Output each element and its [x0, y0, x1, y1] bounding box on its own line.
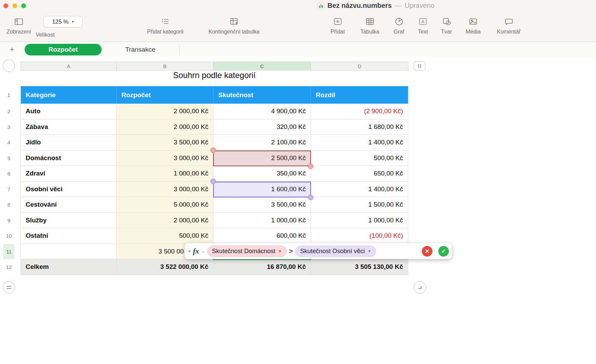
row-header-10[interactable]: 10 [3, 228, 14, 244]
header-rozdil[interactable]: Rozdíl [311, 86, 408, 104]
token-dropdown-icon[interactable]: ▼ [278, 249, 282, 253]
pivot-table-button[interactable]: Kontingenční tabulka [208, 15, 259, 35]
text-button[interactable]: A Text [418, 15, 428, 35]
view-button[interactable]: Zobrazení [7, 15, 31, 35]
row-header-1[interactable]: 1 [3, 86, 14, 104]
cell-c8[interactable]: 3 500,00 Kč [213, 197, 311, 213]
column-header-a[interactable]: A [21, 62, 117, 70]
cell-d2[interactable]: (2 900,00 Kč) [311, 104, 408, 119]
row-header-9[interactable]: 9 [3, 213, 14, 229]
cell-d4[interactable]: 1 400,00 Kč [311, 135, 408, 151]
cell-a6[interactable]: Zdraví [21, 166, 117, 182]
row-header-5[interactable]: 5 [3, 151, 14, 166]
cell-d8[interactable]: 1 500,00 Kč [311, 197, 408, 213]
cell-a8[interactable]: Cestování [21, 197, 117, 213]
formula-operator[interactable]: > [289, 247, 293, 255]
formula-token-skutecnost-domacnost[interactable]: Skutečnost Domácnost ▼ [207, 246, 287, 257]
cell-b12[interactable]: 3 522 000,00 Kč [117, 259, 213, 275]
cell-b6[interactable]: 1 000,00 Kč [117, 166, 213, 182]
referenced-cell-c5-highlight[interactable] [213, 151, 311, 167]
fx-icon[interactable]: fx [193, 247, 199, 256]
cell-d3[interactable]: 1 680,00 Kč [311, 119, 408, 135]
cell-a4[interactable]: Jídlo [21, 135, 117, 151]
row-header-4[interactable]: 4 [3, 135, 14, 151]
column-header-c[interactable]: C [213, 62, 311, 70]
cell-c10[interactable]: 600,00 Kč [213, 228, 311, 244]
cell-b9[interactable]: 2 000,00 Kč [117, 213, 213, 229]
cell-b5[interactable]: 3 000,00 Kč [117, 151, 213, 166]
cell-c2[interactable]: 4 900,00 Kč [213, 104, 311, 119]
cell-b2[interactable]: 2 000,00 Kč [117, 104, 213, 119]
cell-c9[interactable]: 1 000,00 Kč [213, 213, 311, 229]
cell-b3[interactable]: 2 000,00 Kč [117, 119, 213, 135]
row-header-7[interactable]: 7 [3, 182, 14, 197]
cell-c4[interactable]: 2 100,00 Kč [213, 135, 311, 151]
tab-rozpocet[interactable]: Rozpočet [25, 44, 102, 55]
row-header-6[interactable]: 6 [3, 166, 14, 182]
table-select-all-handle[interactable] [3, 60, 15, 72]
table-resize-handle[interactable] [414, 281, 426, 294]
window-header: Bez názvu.numbers — Upraveno Zobrazení 1… [0, 0, 596, 42]
chevron-down-icon[interactable]: ⌄ [202, 249, 205, 254]
cell-d7[interactable]: 1 400,00 Kč [311, 182, 408, 197]
cell-c12[interactable]: 16 870,00 Kč [213, 259, 311, 275]
cell-c6[interactable]: 350,00 Kč [213, 166, 311, 182]
header-skutecnost[interactable]: Skutečnost [213, 86, 311, 104]
selection-handle-red-bottom-right[interactable] [308, 164, 313, 169]
cell-a9[interactable]: Služby [21, 213, 117, 229]
header-kategorie[interactable]: Kategorie [21, 86, 117, 104]
formula-cancel-button[interactable]: ✕ [422, 246, 432, 257]
cell-a12[interactable]: Celkem [21, 259, 117, 275]
formula-editor[interactable]: • fx ⌄ Skutečnost Domácnost ▼ > Skutečno… [185, 243, 452, 259]
sheet-title[interactable]: Souhrn podle kategorií [21, 70, 408, 80]
formula-dot-icon: • [188, 247, 191, 255]
cell-a5[interactable]: Domácnost [21, 151, 117, 166]
cell-d12[interactable]: 3 505 130,00 Kč [311, 259, 408, 275]
referenced-cell-c7-highlight[interactable] [213, 182, 311, 198]
comment-button[interactable]: Komentář [497, 15, 520, 35]
row-header-12[interactable]: 12 [3, 259, 14, 275]
token-dropdown-icon[interactable]: ▼ [367, 249, 371, 253]
tab-transakce[interactable]: Transakce [113, 44, 168, 55]
add-column-button[interactable] [414, 61, 425, 71]
cell-c3[interactable]: 320,00 Kč [213, 119, 311, 135]
zoom-select[interactable]: 125 % ▾ [43, 16, 82, 27]
row-header-11[interactable]: 11 [3, 244, 14, 260]
insert-button[interactable]: Přidat [331, 15, 345, 35]
cell-b8[interactable]: 5 000,00 Kč [117, 197, 213, 213]
minimize-window-button[interactable] [12, 3, 17, 8]
zoom-window-button[interactable] [21, 3, 26, 8]
cell-b4[interactable]: 3 500,00 Kč [117, 135, 213, 151]
cell-a7[interactable]: Osobní věci [21, 182, 117, 197]
cell-b7[interactable]: 3 000,00 Kč [117, 182, 213, 197]
table-row: Ostatní 500,00 Kč 600,00 Kč (100,00 Kč) [21, 228, 408, 244]
formula-token-skutecnost-osobni-veci[interactable]: Skutečnost Osobní věci ▼ [295, 246, 376, 257]
add-sheet-button[interactable]: + [7, 44, 17, 55]
selection-handle-red-top-left[interactable] [210, 147, 216, 153]
header-rozpocet[interactable]: Rozpočet [117, 86, 213, 104]
add-row-handle[interactable] [3, 281, 15, 294]
column-header-d[interactable]: D [311, 62, 408, 70]
cell-d5[interactable]: 500,00 Kč [311, 151, 408, 166]
chart-button[interactable]: Graf [393, 15, 404, 35]
cell-b10[interactable]: 500,00 Kč [117, 228, 213, 244]
cell-a10[interactable]: Ostatní [21, 228, 117, 244]
cell-a2[interactable]: Auto [21, 104, 117, 119]
table-button[interactable]: Tabulka [360, 15, 379, 35]
cell-d10[interactable]: (100,00 Kč) [311, 228, 408, 244]
formula-accept-button[interactable]: ✓ [438, 246, 449, 257]
row-header-3[interactable]: 3 [3, 119, 14, 135]
media-button[interactable]: Média [466, 15, 481, 35]
cell-d6[interactable]: 650,00 Kč [311, 166, 408, 182]
cell-a3[interactable]: Zábava [21, 119, 117, 135]
selection-handle-purple-top-left[interactable] [210, 179, 216, 184]
row-header-2[interactable]: 2 [3, 104, 14, 119]
column-header-b[interactable]: B [117, 62, 213, 70]
cell-a11[interactable] [21, 244, 117, 260]
selection-handle-purple-bottom-right[interactable] [308, 195, 313, 200]
row-header-8[interactable]: 8 [3, 197, 14, 213]
add-category-button[interactable]: Přidat kategorii [147, 15, 184, 35]
cell-d9[interactable]: 1 000,00 Kč [311, 213, 408, 229]
close-window-button[interactable] [3, 3, 8, 8]
shape-button[interactable]: Tvar [441, 15, 452, 35]
